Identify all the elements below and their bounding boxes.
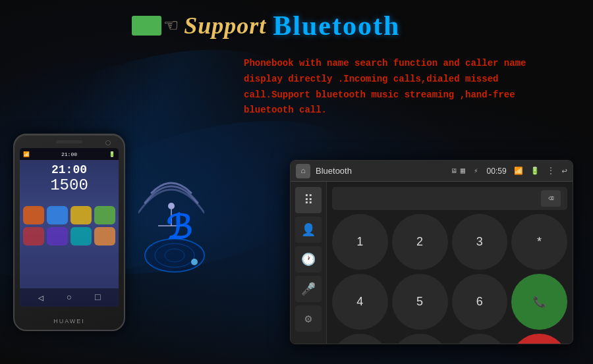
person-icon: 👤: [301, 222, 316, 237]
end-call-button[interactable]: 📵: [511, 334, 567, 345]
car-unit-header: ⌂ Bluetooth 🖥 ▦ ⚡ 00:59 📶 🔋 ⋮ ↩: [291, 161, 573, 182]
dialpad: ⌫ 1 2 3 * 4 5 6 📞 7 8: [327, 182, 573, 344]
dial-btn-9[interactable]: 9: [452, 334, 508, 345]
app-icon-5: [23, 227, 44, 246]
battery-icon: 🔋: [530, 167, 540, 175]
phone-mockup: 📶 21:00 🔋 21:00 1500: [13, 134, 125, 331]
phone-back-btn: ◁: [38, 292, 43, 303]
app-icon-6: [47, 227, 68, 246]
car-dialpad-area: ⌫ 1 2 3 * 4 5 6 📞 7 8: [327, 182, 573, 344]
svg-point-8: [191, 259, 198, 265]
back-arrow-icon: ↩: [562, 165, 567, 176]
phone-speaker: [56, 140, 82, 143]
dial-btn-6[interactable]: 6: [452, 274, 508, 330]
phone-brand: HUAWEI: [14, 318, 124, 325]
car-unit-body: ⠿ 👤 🕐 🎤 ⚙ ⌫: [291, 182, 573, 344]
grid-icon: ▦: [461, 166, 465, 176]
app-icon-2: [47, 206, 68, 224]
call-button[interactable]: 📞: [511, 274, 567, 330]
sidebar-mic-btn[interactable]: 🎤: [295, 276, 322, 302]
dial-btn-3[interactable]: 3: [452, 214, 508, 270]
app-icon-7: [71, 227, 92, 246]
dial-btn-1[interactable]: 1: [332, 214, 388, 270]
app-icon-3: [71, 206, 92, 224]
app-icon-4: [94, 206, 115, 224]
dial-btn-4[interactable]: 4: [332, 274, 388, 330]
car-time: 00:59: [487, 167, 507, 176]
car-sidebar: ⠿ 👤 🕐 🎤 ⚙: [291, 182, 327, 344]
phone-recent-btn: □: [95, 292, 100, 303]
phone-camera: [105, 140, 111, 145]
microphone-icon: 🎤: [301, 282, 316, 296]
phone-sub-time: 1500: [20, 176, 119, 194]
phone-time: 21:00: [20, 160, 119, 176]
sidebar-settings-btn[interactable]: ⚙: [295, 305, 322, 332]
car-head-unit: ⌂ Bluetooth 🖥 ▦ ⚡ 00:59 📶 🔋 ⋮ ↩ ⠿ 👤 🕐 �: [290, 160, 573, 344]
app-icon-8: [94, 227, 115, 246]
dial-btn-star[interactable]: *: [511, 214, 567, 270]
bluetooth-logo-svg: ℬ: [132, 193, 217, 278]
dial-btn-8[interactable]: 8: [392, 334, 448, 345]
header-section: ☞ Support Bluetooth: [132, 10, 400, 41]
green-rectangle: [132, 16, 161, 36]
sidebar-contacts-btn[interactable]: 👤: [295, 217, 322, 243]
sidebar-recent-btn[interactable]: 🕐: [295, 246, 322, 273]
phone-home-btn: ○: [67, 292, 72, 303]
signal-icon: 📶: [514, 167, 523, 175]
menu-dots-icon: ⋮: [547, 166, 555, 176]
phone-screen: 📶 21:00 🔋 21:00 1500: [20, 148, 119, 307]
support-icon-group: ☞: [132, 13, 177, 39]
bluetooth-label: Bluetooth: [273, 10, 400, 41]
dialpad-grid: 1 2 3 * 4 5 6 📞 7 8 9 📵 0+ #: [332, 214, 567, 344]
support-label: Support: [184, 12, 266, 39]
phone-status-bar: 📶 21:00 🔋: [20, 148, 119, 160]
backspace-icon: ⌫: [548, 193, 553, 204]
sidebar-dialpad-btn[interactable]: ⠿: [295, 187, 322, 213]
description-text: Phonebook with name search function and …: [244, 56, 567, 118]
dial-btn-7[interactable]: 7: [332, 334, 388, 345]
grid-dots-icon: ⠿: [304, 192, 314, 209]
app-icon-1: [23, 206, 44, 224]
backspace-button[interactable]: ⌫: [541, 190, 561, 207]
car-header-icons: 🖥 ▦: [451, 166, 465, 176]
phone-container: 📶 21:00 🔋 21:00 1500: [13, 134, 138, 344]
dial-btn-2[interactable]: 2: [392, 214, 448, 270]
bluetooth-status-icon: ⚡: [474, 167, 478, 175]
dial-btn-5[interactable]: 5: [392, 274, 448, 330]
car-unit-title: Bluetooth: [316, 166, 445, 176]
clock-icon: 🕐: [301, 252, 316, 267]
monitor-icon: 🖥: [451, 167, 457, 175]
svg-text:ℬ: ℬ: [166, 209, 192, 246]
hand-pointer-icon: ☞: [165, 13, 177, 39]
gear-icon: ⚙: [305, 311, 312, 326]
dialpad-display: ⌫: [332, 187, 567, 210]
bluetooth-icon-area: ℬ: [125, 167, 237, 278]
car-home-button[interactable]: ⌂: [296, 164, 310, 178]
